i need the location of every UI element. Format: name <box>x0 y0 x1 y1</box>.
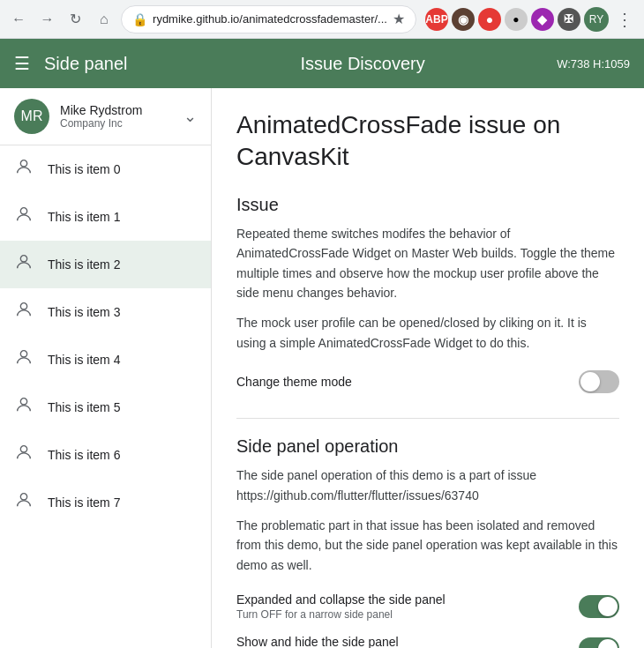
toggle-knob-0 <box>598 597 618 616</box>
side-panel-body-2: The problematic part in that issue has b… <box>236 516 619 575</box>
refresh-button[interactable]: ↻ <box>64 7 87 32</box>
content-area: MR Mike Rydstrom Company Inc ⌄ This is i… <box>0 88 644 648</box>
ext2-icon[interactable]: ● <box>478 8 501 31</box>
account-icon-6 <box>14 443 34 467</box>
sidebar-item-label-4: This is item 4 <box>48 353 120 367</box>
lock-icon: 🔒 <box>132 12 147 26</box>
page-title: AnimatedCrossFade issue on CanvasKit <box>236 109 619 174</box>
issue-heading: Issue <box>236 195 619 215</box>
sidebar-item-0[interactable]: This is item 0 <box>0 145 211 193</box>
toggle-row-0: Expanded and collapse the side panel Tur… <box>236 585 619 628</box>
browser-menu-icon[interactable]: ⋮ <box>612 5 637 34</box>
user-header[interactable]: MR Mike Rydstrom Company Inc ⌄ <box>0 88 211 145</box>
side-panel-body-1: The side panel operation of this demo is… <box>236 466 619 505</box>
back-button[interactable]: ← <box>7 7 30 32</box>
ext3-icon[interactable]: ● <box>505 8 528 31</box>
svg-point-6 <box>20 446 26 452</box>
account-icon-0 <box>14 157 34 182</box>
issue-body-2: The mock user profile can be opened/clos… <box>236 313 619 353</box>
user-avatar: MR <box>14 99 49 134</box>
app: ☰ Side panel Issue Discovery W:738 H:105… <box>0 39 644 648</box>
sidebar-item-2[interactable]: This is item 2 <box>0 241 211 288</box>
hamburger-icon[interactable]: ☰ <box>14 53 30 74</box>
extension-icons: ABP ◉ ● ● ◆ ✠ RY ⋮ <box>425 5 637 34</box>
account-icon-3 <box>14 300 34 324</box>
sidebar-item-4[interactable]: This is item 4 <box>0 336 211 384</box>
account-icon-5 <box>14 395 34 420</box>
toggle-knob-1 <box>598 639 618 648</box>
user-company: Company Inc <box>60 117 173 130</box>
svg-point-0 <box>20 160 26 167</box>
toggle-switch-1[interactable] <box>579 637 619 648</box>
svg-point-5 <box>20 398 26 405</box>
account-icon-7 <box>14 490 34 515</box>
svg-point-1 <box>20 208 26 214</box>
app-bar-title: Side panel <box>44 54 287 74</box>
sidebar-item-label-1: This is item 1 <box>48 210 120 224</box>
sidebar-item-label-5: This is item 5 <box>48 400 120 414</box>
ext1-icon[interactable]: ◉ <box>452 8 475 31</box>
ext4-icon[interactable]: ◆ <box>531 8 554 31</box>
issue-body-1: Repeated theme switches modifes the beha… <box>236 224 619 303</box>
chevron-down-icon[interactable]: ⌄ <box>183 107 197 126</box>
abp-icon[interactable]: ABP <box>425 8 448 31</box>
change-theme-row: Change theme mode <box>236 363 619 400</box>
user-avatar-browser[interactable]: RY <box>584 7 609 32</box>
account-icon-1 <box>14 205 34 229</box>
forward-button[interactable]: → <box>35 7 58 32</box>
sidebar-item-5[interactable]: This is item 5 <box>0 384 211 431</box>
sidebar-item-label-3: This is item 3 <box>48 305 120 319</box>
toggle-switch-0[interactable] <box>579 595 619 618</box>
toggle-label-group-0: Expanded and collapse the side panel Tur… <box>236 592 446 621</box>
svg-point-7 <box>20 494 26 500</box>
sidebar-item-label-2: This is item 2 <box>48 257 120 272</box>
ext5-icon[interactable]: ✠ <box>558 8 580 31</box>
toggle-label-group-1: Show and hide the side panel Turn OFF to… <box>236 635 439 648</box>
browser-chrome: ← → ↻ ⌂ 🔒 rydmike.github.io/animatedcros… <box>0 0 644 39</box>
user-info: Mike Rydstrom Company Inc <box>60 103 173 130</box>
divider-1 <box>236 418 619 419</box>
toggle-sublabel-0: Turn OFF for a narrow side panel <box>236 608 446 621</box>
sidebar-item-1[interactable]: This is item 1 <box>0 193 211 241</box>
change-theme-label: Change theme mode <box>236 375 352 389</box>
sidebar-item-7[interactable]: This is item 7 <box>0 479 211 526</box>
toggle-label-1: Show and hide the side panel <box>236 635 439 648</box>
svg-point-3 <box>20 303 26 309</box>
home-button[interactable]: ⌂ <box>93 7 116 32</box>
sidebar-item-label-7: This is item 7 <box>48 495 120 510</box>
account-icon-2 <box>14 252 34 277</box>
main-content: AnimatedCrossFade issue on CanvasKit Iss… <box>212 88 644 648</box>
address-bar[interactable]: 🔒 rydmike.github.io/animatedcrossfademas… <box>121 5 416 34</box>
side-panel: MR Mike Rydstrom Company Inc ⌄ This is i… <box>0 88 212 648</box>
sidebar-item-6[interactable]: This is item 6 <box>0 431 211 479</box>
sidebar-item-label-0: This is item 0 <box>48 162 120 176</box>
change-theme-toggle[interactable] <box>579 370 619 393</box>
toggle-knob-theme <box>580 372 600 391</box>
svg-point-2 <box>20 256 26 262</box>
sidebar-item-label-6: This is item 6 <box>48 448 120 462</box>
toggle-label-0: Expanded and collapse the side panel <box>236 592 446 607</box>
side-panel-op-heading: Side panel operation <box>236 436 619 457</box>
bookmark-icon[interactable]: ★ <box>393 11 405 27</box>
url-text: rydmike.github.io/animatedcrossfademaste… <box>153 12 387 26</box>
dimensions-label: W:738 H:1059 <box>557 57 630 71</box>
app-bar-subtitle: Issue Discovery <box>301 54 543 74</box>
account-icon-4 <box>14 347 34 372</box>
svg-point-4 <box>20 351 26 357</box>
user-name: Mike Rydstrom <box>60 103 173 117</box>
app-bar: ☰ Side panel Issue Discovery W:738 H:105… <box>0 39 644 88</box>
toggle-row-1: Show and hide the side panel Turn OFF to… <box>236 628 619 648</box>
sidebar-item-3[interactable]: This is item 3 <box>0 288 211 336</box>
